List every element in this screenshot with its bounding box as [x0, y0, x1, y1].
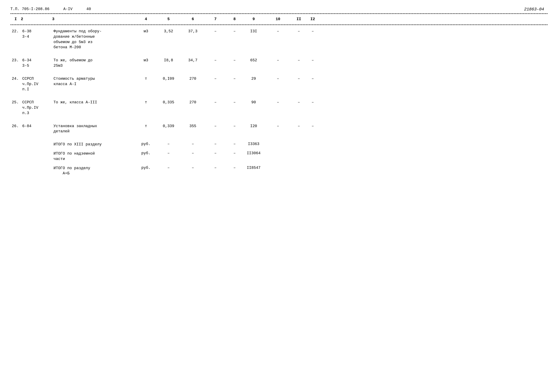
- row-col6-22: 37,3: [181, 28, 205, 35]
- summary-col5-2: –: [156, 151, 181, 162]
- summary-col9-3: II8547: [243, 165, 264, 177]
- summary-col10-3: [264, 165, 292, 177]
- summary-unit-2: руб.: [136, 151, 156, 162]
- doc-number: 21863-04: [524, 7, 544, 12]
- table-row: 26. 6-84 Установка закладныхдеталей т 0,…: [10, 123, 548, 135]
- row-num-22: 22.: [10, 28, 21, 35]
- row-col7-25: –: [205, 100, 226, 106]
- summary-blank-2: [21, 141, 52, 148]
- summary-col11-2: [292, 151, 306, 162]
- row-col9-25: 90: [243, 100, 264, 106]
- row-col5-26: 0,339: [156, 123, 181, 129]
- row-unit-24: т: [136, 76, 156, 82]
- row-num-25: 25.: [10, 100, 21, 106]
- row-col6-23: 34,7: [181, 58, 205, 64]
- row-col10-22: –: [264, 28, 292, 35]
- row-desc-26: Установка закладныхдеталей: [52, 123, 136, 135]
- col-header-7: 7: [205, 17, 226, 21]
- row-col12-25: –: [306, 100, 320, 106]
- summary-blank-5: [10, 165, 21, 177]
- row-col12-24: –: [306, 76, 320, 82]
- col-header-8: 8: [226, 17, 243, 21]
- row-code-23: 6-343-5: [21, 58, 52, 69]
- page-header: Т.П. 705-I-208.86 А-IV 40 21863-04: [10, 7, 548, 12]
- summary-unit-3: руб.: [136, 165, 156, 177]
- row-col6-26: 355: [181, 123, 205, 129]
- col-header-4: 4: [136, 17, 156, 21]
- row-unit-22: м3: [136, 28, 156, 35]
- table-row: 24. ССРСПч.Пр.IVп.I Стоимость арматурыкл…: [10, 76, 548, 93]
- summary-col6-3: –: [181, 165, 205, 177]
- summary-col8-3: –: [226, 165, 243, 177]
- summary-blank-1: [10, 141, 21, 148]
- row-code-26: 6-84: [21, 123, 52, 129]
- row-col7-23: –: [205, 58, 226, 64]
- summary-col10-1: [264, 141, 292, 148]
- col-header-2: 2: [21, 17, 52, 21]
- summary-col5-1: –: [156, 141, 181, 148]
- row-col11-24: –: [292, 76, 306, 82]
- summary-col7-3: –: [205, 165, 226, 177]
- row-code-22: 6-383-4: [21, 28, 52, 40]
- row-col12-26: –: [306, 123, 320, 129]
- data-table: 22. 6-383-4 Фундаменты под обору-дование…: [10, 28, 548, 135]
- row-col6-24: 270: [181, 76, 205, 82]
- summary-section: ИТОГО по XIII разделу руб. – – – – I3363…: [10, 141, 548, 177]
- summary-unit-1: руб.: [136, 141, 156, 148]
- row-col11-22: –: [292, 28, 306, 35]
- row-col10-23: –: [264, 58, 292, 64]
- top-divider: [10, 13, 548, 14]
- row-desc-24: Стоимость арматурыкласса А-I: [52, 76, 136, 87]
- header-left: Т.П. 705-I-208.86 А-IV 40: [10, 7, 91, 11]
- summary-col7-2: –: [205, 151, 226, 162]
- row-col8-25: –: [226, 100, 243, 106]
- summary-col8-2: –: [226, 151, 243, 162]
- col-header-10: 10: [264, 17, 292, 21]
- row-col8-23: –: [226, 58, 243, 64]
- summary-col10-2: [264, 151, 292, 162]
- summary-desc-2: ИТОГО по надземнойчасти: [52, 151, 136, 162]
- doc-ref: Т.П. 705-I-208.86: [10, 7, 49, 11]
- row-col5-23: I8,8: [156, 58, 181, 64]
- row-col12-23: –: [306, 58, 320, 64]
- row-desc-22: Фундаменты под обору-дование ж/бетонныео…: [52, 28, 136, 51]
- row-col11-23: –: [292, 58, 306, 64]
- row-col5-25: 0,335: [156, 100, 181, 106]
- row-col8-24: –: [226, 76, 243, 82]
- row-col5-22: 3,52: [156, 28, 181, 35]
- col-header-5: 5: [156, 17, 181, 21]
- col-header-12: I2: [306, 17, 320, 21]
- summary-row-3: ИТОГО по разделу А+Б руб. – – – – II8547: [10, 165, 548, 177]
- row-unit-23: м3: [136, 58, 156, 64]
- summary-col8-1: –: [226, 141, 243, 148]
- summary-col12-1: [306, 141, 320, 148]
- summary-col12-3: [306, 165, 320, 177]
- col-header-11: II: [292, 17, 306, 21]
- summary-col12-2: [306, 151, 320, 162]
- summary-col9-1: I3363: [243, 141, 264, 148]
- summary-col7-1: –: [205, 141, 226, 148]
- row-col9-24: 29: [243, 76, 264, 82]
- row-col6-25: 270: [181, 100, 205, 106]
- row-desc-25: То же, класса А-III: [52, 100, 136, 106]
- summary-col6-2: –: [181, 151, 205, 162]
- summary-col11-1: [292, 141, 306, 148]
- col-header-3: 3: [52, 17, 136, 21]
- row-col9-23: 652: [243, 58, 264, 64]
- row-num-24: 24.: [10, 76, 21, 82]
- table-row: 22. 6-383-4 Фундаменты под обору-дование…: [10, 28, 548, 51]
- summary-blank-3: [10, 151, 21, 162]
- summary-blank-6: [21, 165, 52, 177]
- col-header-6: 6: [181, 17, 205, 21]
- summary-blank-4: [21, 151, 52, 162]
- row-num-26: 26.: [10, 123, 21, 129]
- section: А-IV: [63, 7, 72, 11]
- summary-desc-3: ИТОГО по разделу А+Б: [52, 165, 136, 177]
- summary-col9-2: II3064: [243, 151, 264, 162]
- col-header-1: I: [10, 17, 21, 21]
- page-num: 40: [86, 7, 91, 11]
- row-desc-23: То же, объемом до25м3: [52, 58, 136, 69]
- row-code-25: ССРСПч.Пр.IVп.3: [21, 100, 52, 116]
- summary-row-2: ИТОГО по надземнойчасти руб. – – – – II3…: [10, 151, 548, 162]
- table-row: 25. ССРСПч.Пр.IVп.3 То же, класса А-III …: [10, 100, 548, 116]
